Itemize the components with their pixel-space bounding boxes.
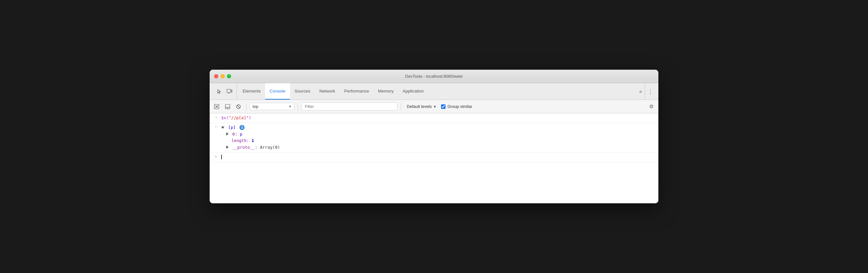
settings-gear-icon[interactable]: ⚙ [647, 102, 656, 111]
tree-length: length: 1 [221, 137, 656, 144]
console-area[interactable]: › $x("//p[a]") ← [p] i 0: [210, 113, 658, 203]
cursor [221, 155, 222, 159]
tab-sources[interactable]: Sources [290, 83, 315, 100]
more-tabs-button[interactable]: » [637, 83, 645, 100]
maximize-button[interactable] [227, 74, 231, 78]
tabs-bar: Elements Console Sources Network Perform… [210, 83, 658, 100]
proto-label: __proto__: [232, 145, 257, 150]
console-row-input: › $x("//p[a]") [210, 113, 658, 123]
tab-console[interactable]: Console [265, 83, 290, 100]
window-title: DevTools - localhost:8080/web/ [405, 74, 463, 79]
tab-memory[interactable]: Memory [373, 83, 398, 100]
clear-console-button[interactable] [212, 102, 221, 111]
length-label: length: [231, 138, 249, 143]
toolbar-divider-1 [246, 103, 247, 110]
length-value: 1 [252, 138, 254, 143]
proto-triangle-icon[interactable] [226, 145, 228, 149]
tab-network[interactable]: Network [315, 83, 340, 100]
traffic-lights [214, 74, 231, 78]
device-icon[interactable] [225, 87, 234, 96]
output-gutter: ← [210, 124, 220, 129]
console-row-prompt[interactable]: › [210, 153, 658, 162]
group-similar-checkbox[interactable] [441, 104, 445, 109]
item-0-value: p [240, 132, 242, 136]
code-token-2: ) [249, 115, 251, 120]
tab-elements[interactable]: Elements [238, 83, 265, 100]
group-similar-control: Group similar [441, 104, 472, 109]
context-selector[interactable]: top ▼ [250, 103, 294, 110]
levels-arrow-icon: ▼ [433, 105, 437, 109]
show-drawer-button[interactable] [223, 102, 232, 111]
levels-label: Default levels [407, 104, 432, 109]
svg-line-10 [237, 105, 240, 108]
array-label: [p] [228, 125, 236, 130]
context-arrow-icon: ▼ [288, 105, 292, 108]
code-token: $x( [221, 115, 228, 120]
svg-rect-1 [231, 90, 232, 92]
code-string: "//p[a]" [228, 115, 249, 120]
context-value: top [253, 104, 258, 109]
no-circle-icon[interactable] [234, 102, 243, 111]
proto-value: Array(0) [260, 145, 280, 150]
info-badge: i [240, 125, 245, 130]
item-triangle-icon[interactable] [226, 132, 228, 136]
input-gutter: › [210, 115, 220, 119]
kebab-menu-button[interactable]: ⋮ [645, 83, 656, 100]
devtools-window: DevTools - localhost:8080/web/ Elements … [210, 70, 658, 203]
log-levels-button[interactable]: Default levels ▼ [404, 103, 439, 110]
console-toolbar: top ▼ Default levels ▼ Group similar ⚙ [210, 100, 658, 113]
tree-item-0: 0: p [221, 131, 656, 138]
svg-rect-0 [227, 89, 231, 92]
devtools-icon-group [212, 83, 237, 100]
tree-proto: __proto__: Array(0) [221, 144, 656, 151]
titlebar: DevTools - localhost:8080/web/ [210, 70, 658, 83]
console-prompt-content [220, 154, 656, 161]
console-row-output: ← [p] i 0: p length: [210, 123, 658, 153]
console-output-content: [p] i 0: p length: 1 [220, 124, 656, 151]
expand-icon[interactable] [221, 127, 224, 129]
console-input-content: $x("//p[a]") [220, 115, 656, 121]
tab-application[interactable]: Application [398, 83, 428, 100]
toolbar-divider-3 [401, 103, 401, 110]
array-row: [p] i [221, 124, 656, 131]
toolbar-divider-2 [298, 103, 298, 110]
close-button[interactable] [214, 74, 218, 78]
group-similar-label: Group similar [447, 104, 472, 109]
prompt-gutter: › [210, 154, 220, 159]
minimize-button[interactable] [220, 74, 225, 78]
cursor-icon[interactable] [215, 87, 224, 96]
item-0-label: 0: [232, 132, 238, 136]
tab-performance[interactable]: Performance [340, 83, 373, 100]
filter-input[interactable] [301, 103, 398, 110]
